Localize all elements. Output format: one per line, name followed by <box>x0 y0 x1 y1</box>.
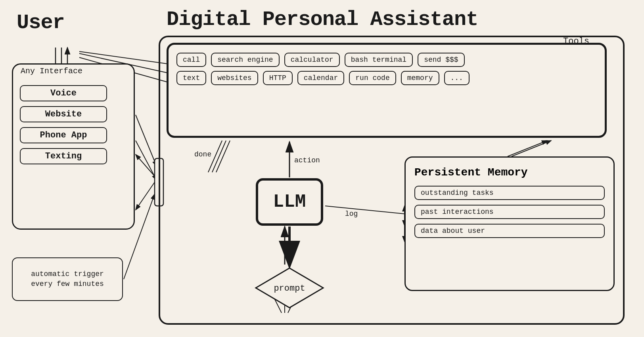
svg-line-10 <box>136 141 157 180</box>
tool-calculator: calculator <box>284 53 340 67</box>
memory-item-interactions: past interactions <box>414 205 605 219</box>
prompt-diamond: prompt <box>254 266 325 312</box>
memory-content: Persistent Memory outstanding tasks past… <box>406 158 613 244</box>
svg-line-11 <box>136 154 155 176</box>
svg-text:prompt: prompt <box>274 284 305 293</box>
tool-websites: websites <box>211 71 258 85</box>
memory-items: outstanding tasks past interactions data… <box>414 186 605 238</box>
tool-http: HTTP <box>263 71 293 85</box>
tool-search-engine: search engine <box>211 53 279 67</box>
svg-line-9 <box>136 115 157 166</box>
tools-row2: text websites HTTP calendar run code mem… <box>169 71 605 93</box>
interface-item-voice: Voice <box>20 85 107 101</box>
tool-call: call <box>176 53 206 67</box>
tool-send-money: send $$$ <box>418 53 464 67</box>
interface-items: Voice Website Phone App Texting <box>20 85 107 164</box>
tool-calendar: calendar <box>297 71 344 85</box>
memory-item-user-data: data about user <box>414 224 605 238</box>
tools-row1: call search engine calculator bash termi… <box>169 45 605 71</box>
trigger-text: automatic triggerevery few minutes <box>31 269 104 289</box>
done-label: done <box>194 150 211 158</box>
memory-item-tasks: outstanding tasks <box>414 186 605 200</box>
tool-memory: memory <box>401 71 439 85</box>
tool-run-code: run code <box>349 71 396 85</box>
interface-item-texting: Texting <box>20 148 107 164</box>
llm-box: LLM <box>256 178 323 226</box>
interface-label: Any Interface <box>21 67 82 76</box>
tool-bash-terminal: bash terminal <box>345 53 413 67</box>
interface-item-website: Website <box>20 106 107 122</box>
tool-ellipsis: ... <box>444 71 470 85</box>
tools-container: call search engine calculator bash termi… <box>167 43 607 138</box>
user-title: User <box>17 11 65 34</box>
dpa-title: Digital Personal Assistant <box>167 8 478 31</box>
trigger-box: automatic triggerevery few minutes <box>12 257 123 301</box>
action-label: action <box>294 156 320 164</box>
llm-label: LLM <box>273 192 306 212</box>
memory-title: Persistent Memory <box>414 166 605 179</box>
interface-item-phoneapp: Phone App <box>20 127 107 143</box>
memory-container: Persistent Memory outstanding tasks past… <box>404 156 615 291</box>
svg-line-12 <box>136 182 155 210</box>
log-label: log <box>345 210 358 218</box>
tool-text: text <box>176 71 206 85</box>
